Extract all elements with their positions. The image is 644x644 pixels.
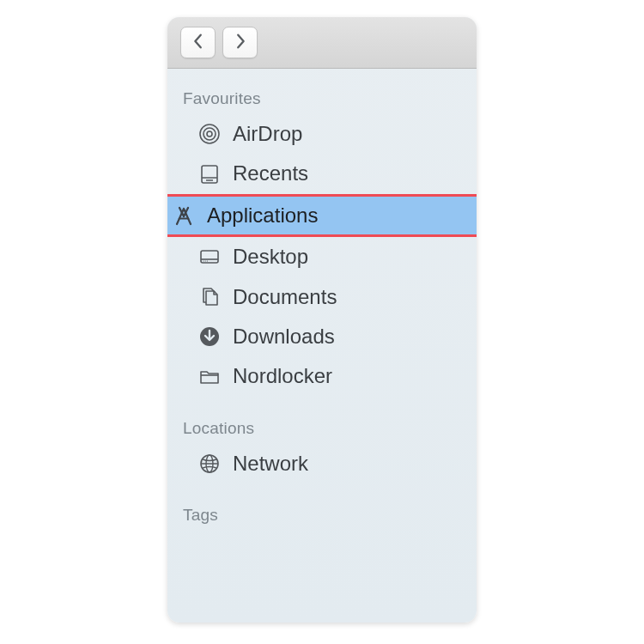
sidebar-item-downloads[interactable]: Downloads	[167, 317, 477, 356]
recents-icon	[197, 161, 222, 187]
toolbar	[167, 17, 477, 69]
sidebar-item-label: Nordlocker	[233, 362, 332, 390]
sidebar-item-desktop[interactable]: Desktop	[167, 237, 477, 276]
svg-point-13	[207, 261, 208, 262]
sidebar-item-applications[interactable]: Applications	[167, 196, 477, 235]
sidebar-item-nordlocker[interactable]: Nordlocker	[167, 356, 477, 396]
sidebar: Favourites AirDrop Recents	[167, 69, 477, 531]
airdrop-icon	[197, 121, 222, 147]
section-header-favourites: Favourites	[167, 86, 477, 114]
sidebar-item-label: Network	[233, 450, 308, 477]
sidebar-item-label: Recents	[233, 160, 308, 187]
sidebar-item-documents[interactable]: Documents	[167, 277, 477, 317]
documents-icon	[197, 284, 222, 310]
chevron-left-icon	[192, 33, 204, 53]
folder-icon	[197, 364, 222, 390]
sidebar-item-airdrop[interactable]: AirDrop	[167, 114, 477, 154]
svg-point-1	[204, 128, 216, 140]
downloads-icon	[197, 324, 222, 349]
applications-icon	[171, 203, 197, 228]
back-button[interactable]	[180, 27, 216, 58]
sidebar-item-label: Desktop	[233, 243, 308, 270]
svg-point-11	[203, 261, 204, 262]
sidebar-item-network[interactable]: Network	[167, 444, 477, 483]
sidebar-item-label: Applications	[207, 202, 318, 229]
sidebar-item-label: AirDrop	[233, 120, 302, 148]
svg-point-0	[207, 131, 212, 137]
sidebar-item-applications-highlighted: Applications	[167, 196, 477, 235]
finder-sidebar-window: Favourites AirDrop Recents	[167, 17, 477, 623]
desktop-icon	[197, 244, 222, 270]
section-header-locations: Locations	[167, 416, 477, 444]
sidebar-item-label: Documents	[233, 283, 337, 311]
sidebar-item-recents[interactable]: Recents	[167, 154, 477, 193]
svg-point-12	[205, 261, 206, 262]
sidebar-item-label: Downloads	[233, 323, 335, 350]
forward-button[interactable]	[222, 27, 258, 58]
chevron-right-icon	[234, 33, 246, 53]
network-icon	[197, 451, 222, 477]
section-header-tags: Tags	[167, 502, 477, 531]
